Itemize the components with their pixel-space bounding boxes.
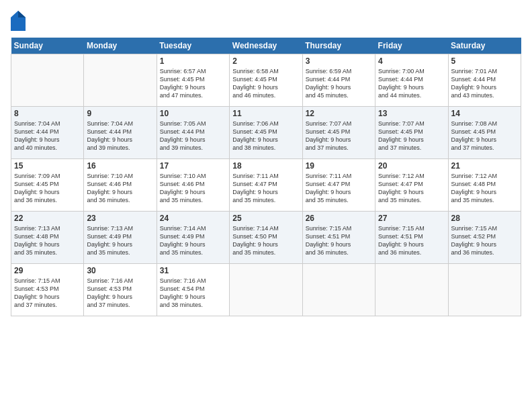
day-info: Sunrise: 7:13 AMSunset: 4:48 PMDaylight:…	[14, 225, 60, 256]
day-number: 31	[160, 266, 226, 275]
day-number: 24	[160, 214, 226, 223]
day-info: Sunrise: 7:08 AMSunset: 4:45 PMDaylight:…	[451, 120, 498, 151]
calendar-cell: 8 Sunrise: 7:04 AMSunset: 4:44 PMDayligh…	[11, 107, 84, 159]
calendar-cell: 21 Sunrise: 7:12 AMSunset: 4:48 PMDaylig…	[448, 159, 521, 212]
day-info: Sunrise: 6:58 AMSunset: 4:45 PMDaylight:…	[232, 68, 279, 99]
calendar-cell: 15 Sunrise: 7:09 AMSunset: 4:45 PMDaylig…	[11, 159, 84, 212]
calendar-cell: 25 Sunrise: 7:14 AMSunset: 4:50 PMDaylig…	[230, 212, 302, 264]
calendar-cell: 1 Sunrise: 6:57 AMSunset: 4:45 PMDayligh…	[157, 54, 229, 107]
calendar-cell: 23 Sunrise: 7:13 AMSunset: 4:49 PMDaylig…	[84, 212, 157, 264]
calendar-cell: 19 Sunrise: 7:11 AMSunset: 4:47 PMDaylig…	[302, 159, 375, 212]
day-number: 28	[451, 214, 518, 223]
calendar-cell: 26 Sunrise: 7:15 AMSunset: 4:51 PMDaylig…	[302, 212, 375, 264]
calendar-cell: 3 Sunrise: 6:59 AMSunset: 4:44 PMDayligh…	[302, 54, 375, 107]
calendar-container: SundayMondayTuesdayWednesdayThursdayFrid…	[0, 0, 532, 411]
calendar-cell: 22 Sunrise: 7:13 AMSunset: 4:48 PMDaylig…	[11, 212, 84, 264]
day-info: Sunrise: 7:01 AMSunset: 4:44 PMDaylight:…	[451, 68, 498, 99]
calendar-cell: 12 Sunrise: 7:07 AMSunset: 4:45 PMDaylig…	[302, 107, 375, 159]
day-info: Sunrise: 7:16 AMSunset: 4:54 PMDaylight:…	[160, 277, 206, 308]
day-info: Sunrise: 7:09 AMSunset: 4:45 PMDaylight:…	[14, 173, 60, 203]
svg-marker-1	[18, 11, 26, 17]
day-number: 13	[378, 109, 445, 118]
calendar-cell	[448, 264, 521, 316]
calendar-cell: 18 Sunrise: 7:11 AMSunset: 4:47 PMDaylig…	[230, 159, 302, 212]
calendar-table: SundayMondayTuesdayWednesdayThursdayFrid…	[11, 38, 521, 316]
calendar-cell: 27 Sunrise: 7:15 AMSunset: 4:51 PMDaylig…	[375, 212, 448, 264]
day-info: Sunrise: 7:11 AMSunset: 4:47 PMDaylight:…	[306, 173, 352, 203]
calendar-cell	[375, 264, 448, 316]
day-number: 19	[306, 161, 372, 171]
calendar-cell: 2 Sunrise: 6:58 AMSunset: 4:45 PMDayligh…	[230, 54, 302, 107]
day-number: 8	[14, 109, 81, 118]
day-info: Sunrise: 7:06 AMSunset: 4:45 PMDaylight:…	[232, 120, 279, 151]
calendar-cell: 11 Sunrise: 7:06 AMSunset: 4:45 PMDaylig…	[230, 107, 302, 159]
header	[11, 11, 521, 30]
day-number: 29	[14, 266, 81, 275]
day-info: Sunrise: 7:05 AMSunset: 4:44 PMDaylight:…	[160, 120, 206, 151]
calendar-week-5: 29 Sunrise: 7:15 AMSunset: 4:53 PMDaylig…	[11, 264, 521, 316]
day-number: 17	[160, 161, 226, 171]
day-number: 21	[451, 161, 518, 171]
day-number: 27	[378, 214, 445, 223]
day-number: 22	[14, 214, 81, 223]
day-info: Sunrise: 7:15 AMSunset: 4:52 PMDaylight:…	[451, 225, 498, 256]
calendar-cell: 24 Sunrise: 7:14 AMSunset: 4:49 PMDaylig…	[157, 212, 229, 264]
day-number: 9	[87, 109, 153, 118]
weekday-header-saturday: Saturday	[448, 38, 521, 54]
calendar-cell: 5 Sunrise: 7:01 AMSunset: 4:44 PMDayligh…	[448, 54, 521, 107]
calendar-week-1: 1 Sunrise: 6:57 AMSunset: 4:45 PMDayligh…	[11, 54, 521, 107]
day-number: 23	[87, 214, 153, 223]
calendar-cell	[11, 54, 84, 107]
day-info: Sunrise: 7:04 AMSunset: 4:44 PMDaylight:…	[14, 120, 60, 151]
day-number: 3	[306, 56, 372, 66]
weekday-header-friday: Friday	[375, 38, 448, 54]
calendar-cell	[84, 54, 157, 107]
calendar-cell	[230, 264, 302, 316]
day-number: 5	[451, 56, 518, 66]
day-info: Sunrise: 7:15 AMSunset: 4:51 PMDaylight:…	[378, 225, 425, 256]
calendar-cell: 30 Sunrise: 7:16 AMSunset: 4:53 PMDaylig…	[84, 264, 157, 316]
calendar-cell: 17 Sunrise: 7:10 AMSunset: 4:46 PMDaylig…	[157, 159, 229, 212]
day-info: Sunrise: 7:00 AMSunset: 4:44 PMDaylight:…	[378, 68, 425, 99]
day-info: Sunrise: 7:15 AMSunset: 4:53 PMDaylight:…	[14, 277, 60, 308]
calendar-week-2: 8 Sunrise: 7:04 AMSunset: 4:44 PMDayligh…	[11, 107, 521, 159]
day-number: 2	[232, 56, 299, 66]
day-info: Sunrise: 7:14 AMSunset: 4:50 PMDaylight:…	[232, 225, 279, 256]
logo-icon	[11, 11, 24, 30]
day-info: Sunrise: 7:16 AMSunset: 4:53 PMDaylight:…	[87, 277, 133, 308]
day-info: Sunrise: 6:59 AMSunset: 4:44 PMDaylight:…	[306, 68, 352, 99]
logo	[11, 11, 27, 30]
day-info: Sunrise: 7:10 AMSunset: 4:46 PMDaylight:…	[87, 173, 133, 203]
calendar-cell	[302, 264, 375, 316]
day-number: 26	[306, 214, 372, 223]
calendar-cell: 10 Sunrise: 7:05 AMSunset: 4:44 PMDaylig…	[157, 107, 229, 159]
day-info: Sunrise: 7:07 AMSunset: 4:45 PMDaylight:…	[306, 120, 352, 151]
weekday-header-thursday: Thursday	[302, 38, 375, 54]
calendar-week-3: 15 Sunrise: 7:09 AMSunset: 4:45 PMDaylig…	[11, 159, 521, 212]
day-number: 25	[232, 214, 299, 223]
calendar-cell: 13 Sunrise: 7:07 AMSunset: 4:45 PMDaylig…	[375, 107, 448, 159]
day-info: Sunrise: 7:13 AMSunset: 4:49 PMDaylight:…	[87, 225, 133, 256]
weekday-header-tuesday: Tuesday	[157, 38, 229, 54]
weekday-header-sunday: Sunday	[11, 38, 84, 54]
calendar-cell: 31 Sunrise: 7:16 AMSunset: 4:54 PMDaylig…	[157, 264, 229, 316]
day-info: Sunrise: 7:11 AMSunset: 4:47 PMDaylight:…	[232, 173, 279, 203]
day-info: Sunrise: 7:12 AMSunset: 4:47 PMDaylight:…	[378, 173, 425, 203]
day-number: 20	[378, 161, 445, 171]
day-number: 30	[87, 266, 153, 275]
calendar-cell: 20 Sunrise: 7:12 AMSunset: 4:47 PMDaylig…	[375, 159, 448, 212]
day-number: 11	[232, 109, 299, 118]
day-info: Sunrise: 7:10 AMSunset: 4:46 PMDaylight:…	[160, 173, 206, 203]
calendar-cell: 9 Sunrise: 7:04 AMSunset: 4:44 PMDayligh…	[84, 107, 157, 159]
day-number: 12	[306, 109, 372, 118]
calendar-cell: 4 Sunrise: 7:00 AMSunset: 4:44 PMDayligh…	[375, 54, 448, 107]
weekday-header-row: SundayMondayTuesdayWednesdayThursdayFrid…	[11, 38, 521, 54]
day-info: Sunrise: 7:14 AMSunset: 4:49 PMDaylight:…	[160, 225, 206, 256]
day-info: Sunrise: 6:57 AMSunset: 4:45 PMDaylight:…	[160, 68, 206, 99]
day-info: Sunrise: 7:04 AMSunset: 4:44 PMDaylight:…	[87, 120, 133, 151]
calendar-cell: 16 Sunrise: 7:10 AMSunset: 4:46 PMDaylig…	[84, 159, 157, 212]
day-number: 10	[160, 109, 226, 118]
calendar-cell: 14 Sunrise: 7:08 AMSunset: 4:45 PMDaylig…	[448, 107, 521, 159]
calendar-cell: 29 Sunrise: 7:15 AMSunset: 4:53 PMDaylig…	[11, 264, 84, 316]
day-number: 14	[451, 109, 518, 118]
